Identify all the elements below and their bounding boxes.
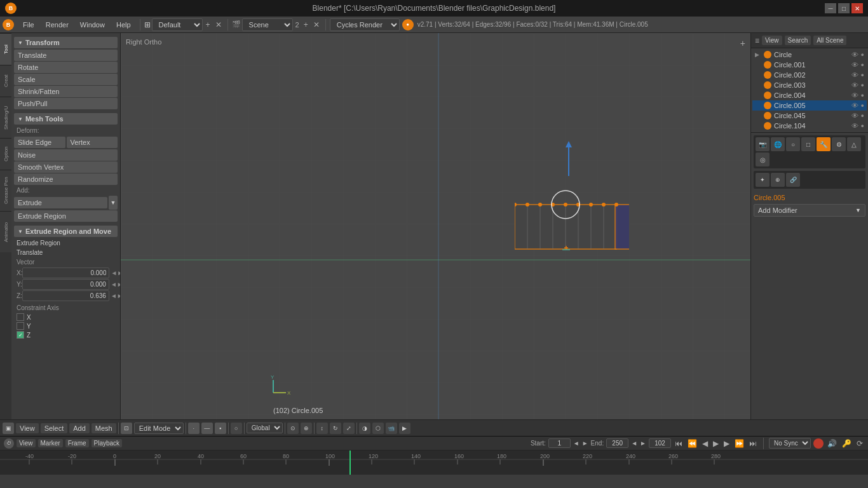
camera-icon[interactable]: 📹 <box>386 423 397 434</box>
sidebar-tab-grease[interactable]: Grease Pen <box>0 170 11 211</box>
outliner-item-circle002[interactable]: Circle.002 👁 ● <box>752 70 867 80</box>
face-select-icon[interactable]: ▪ <box>215 423 226 434</box>
extrude-dropdown[interactable]: ▼ <box>109 196 118 210</box>
translate-mode-icon[interactable]: ↕ <box>316 423 328 434</box>
frame-next2-icon[interactable]: ► <box>640 440 646 447</box>
bt-view-button[interactable]: View <box>16 423 39 433</box>
item-render-circle002[interactable]: ● <box>861 72 864 78</box>
sidebar-tab-tool[interactable]: Tool <box>0 33 11 65</box>
audio-icon[interactable]: 🔊 <box>826 439 838 448</box>
bt-select-button[interactable]: Select <box>41 423 68 433</box>
x-drag-icon[interactable]: ◄► <box>109 269 120 276</box>
outliner-item-circle104[interactable]: Circle.104 👁 ● <box>752 121 867 131</box>
frame-next-icon[interactable]: ► <box>582 440 588 447</box>
props-modifier-icon[interactable]: ⚙ <box>832 137 846 151</box>
scale-button[interactable]: Scale <box>14 74 118 85</box>
item-render-circle004[interactable]: ● <box>861 92 864 98</box>
props-world-icon[interactable]: ○ <box>786 137 800 151</box>
search-button-outliner[interactable]: Search <box>785 36 811 45</box>
frame-prev-icon[interactable]: ◄ <box>573 440 580 447</box>
proportional-edit-icon[interactable]: ○ <box>231 423 242 434</box>
add-scene-button[interactable]: + <box>302 20 310 29</box>
randomize-button[interactable]: Randomize <box>14 173 118 185</box>
sidebar-tab-animatio[interactable]: Animatio <box>0 211 11 252</box>
engine-select[interactable]: Cycles Render <box>330 18 400 31</box>
slide-edge-button[interactable]: Slide Edge <box>14 137 65 148</box>
props-render-icon[interactable]: 📷 <box>756 137 770 151</box>
overlay-icon[interactable]: ⬡ <box>372 423 384 434</box>
go-start-button[interactable]: ⏮ <box>674 439 684 448</box>
item-visible-circle005[interactable]: 👁 <box>851 102 858 109</box>
scene-select[interactable]: Scene <box>242 18 293 31</box>
extrude-button[interactable]: Extrude <box>14 197 107 208</box>
remove-scene-button[interactable]: ✕ <box>311 20 322 29</box>
y-drag-icon[interactable]: ◄► <box>109 281 120 288</box>
smooth-vertex-button[interactable]: Smooth Vertex <box>14 161 118 173</box>
view-button-outliner[interactable]: View <box>762 36 782 45</box>
record-button[interactable] <box>813 438 824 449</box>
snap2-icon[interactable]: ⊕ <box>301 423 312 434</box>
item-visible-circle003[interactable]: 👁 <box>851 81 858 89</box>
rotate-mode-icon[interactable]: ↻ <box>330 423 341 434</box>
next-frame-button[interactable]: ⏩ <box>733 439 745 448</box>
constraint-x-checkbox[interactable] <box>17 313 24 321</box>
layout-select[interactable]: Default <box>152 18 203 31</box>
frame-prev2-icon[interactable]: ◄ <box>631 440 637 447</box>
z-drag-icon[interactable]: ◄► <box>109 292 120 299</box>
add-modifier-button[interactable]: Add Modifier ▼ <box>754 204 865 217</box>
y-input[interactable] <box>22 279 109 290</box>
constraint-y-checkbox[interactable] <box>17 322 24 330</box>
item-visible-circle002[interactable]: 👁 <box>851 71 858 79</box>
tl-marker-button[interactable]: Marker <box>38 439 63 447</box>
menu-help[interactable]: Help <box>111 20 136 30</box>
rotate-button[interactable]: Rotate <box>14 62 118 73</box>
item-render-circle003[interactable]: ● <box>861 82 864 88</box>
current-frame-input[interactable] <box>649 438 671 448</box>
constraint-z-checkbox[interactable]: ✓ <box>17 331 24 339</box>
timeline-ruler[interactable]: -40 -20 0 20 40 60 80 100 120 140 160 18… <box>0 451 868 475</box>
vertex-button[interactable]: Vertex <box>67 137 118 148</box>
props-constraints-icon[interactable]: 🔧 <box>817 137 831 151</box>
prev-keyframe-button[interactable]: ◀ <box>701 439 709 448</box>
vertex-select-icon[interactable]: · <box>188 423 200 434</box>
outliner-item-circle045[interactable]: Circle.045 👁 ● <box>752 111 867 121</box>
menu-window[interactable]: Window <box>75 20 110 30</box>
mode-select[interactable]: Edit Mode <box>134 423 184 434</box>
props-particle-icon[interactable]: ✦ <box>756 173 770 187</box>
props-object-icon[interactable]: □ <box>801 137 815 151</box>
edge-select-icon[interactable]: — <box>201 423 213 434</box>
play-button[interactable]: ▶ <box>712 439 720 448</box>
scale-mode-icon[interactable]: ⤢ <box>343 423 355 434</box>
pivot-select[interactable]: Global <box>247 423 283 433</box>
add-layout-button[interactable]: + <box>204 20 212 29</box>
keying-icon[interactable]: 🔑 <box>841 439 853 448</box>
shrink-fatten-button[interactable]: Shrink/Fatten <box>14 86 118 97</box>
z-input[interactable] <box>22 290 109 301</box>
menu-file[interactable]: File <box>18 20 39 30</box>
all-scenes-button[interactable]: All Scene <box>813 36 846 45</box>
sidebar-tab-option[interactable]: Option <box>0 138 11 170</box>
item-render-circle[interactable]: ● <box>861 51 864 58</box>
outliner-item-circle005[interactable]: Circle.005 👁 ● <box>752 100 867 111</box>
viewport[interactable]: Right Ortho + <box>121 33 750 419</box>
next-keyframe-button[interactable]: ▶ <box>722 439 731 448</box>
close-button[interactable]: ✕ <box>851 3 863 13</box>
transform-section-header[interactable]: ▼ Transform <box>14 37 118 48</box>
extrude-region-button[interactable]: Extrude Region <box>14 210 118 222</box>
item-visible-circle104[interactable]: 👁 <box>851 122 858 130</box>
outliner-item-circle001[interactable]: Circle.001 👁 ● <box>752 60 867 70</box>
menu-render[interactable]: Render <box>41 20 74 30</box>
remove-layout-button[interactable]: ✕ <box>214 20 224 29</box>
tl-frame-button[interactable]: Frame <box>65 439 89 447</box>
props-material-icon[interactable]: ◎ <box>756 152 770 166</box>
render-icon[interactable]: ▶ <box>399 423 410 434</box>
bt-mesh-button[interactable]: Mesh <box>92 423 116 433</box>
x-input[interactable] <box>22 268 109 278</box>
minimize-button[interactable]: ─ <box>825 3 836 13</box>
item-render-circle045[interactable]: ● <box>861 112 864 119</box>
viewport-expand-icon[interactable]: + <box>740 38 745 48</box>
sidebar-tab-shading[interactable]: Shading/U <box>0 97 11 138</box>
prev-frame-button[interactable]: ⏪ <box>686 439 698 448</box>
start-frame-input[interactable] <box>548 438 571 448</box>
noise-button[interactable]: Noise <box>14 149 118 161</box>
